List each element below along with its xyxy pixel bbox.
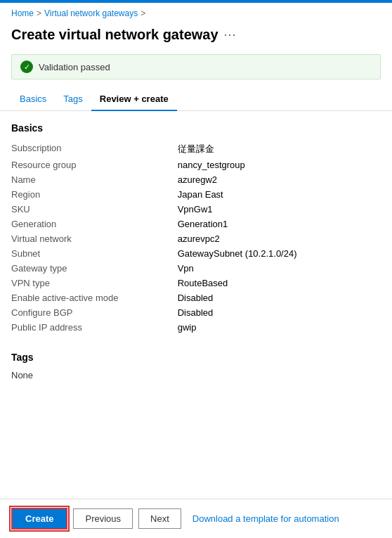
previous-button[interactable]: Previous [73,508,133,529]
value-gateway-type: Vpn [178,261,381,276]
tags-section-title: Tags [11,352,381,363]
table-row: VPN type RouteBased [11,276,381,290]
label-gateway-type: Gateway type [11,261,178,276]
basics-section-title: Basics [11,122,381,134]
label-vpn-type: VPN type [11,276,178,290]
content: Basics Subscription 従量課金 Resource group … [0,111,392,392]
table-row: Name azuregw2 [11,172,381,187]
value-sku: VpnGw1 [178,202,381,217]
value-region: Japan East [178,187,381,202]
label-virtual-network: Virtual network [11,231,178,246]
breadcrumb-sep1: > [37,8,41,18]
page-title: Create virtual network gateway [11,27,218,43]
breadcrumb-home[interactable]: Home [11,8,34,18]
create-button[interactable]: Create [11,508,67,530]
value-subnet: GatewaySubnet (10.2.1.0/24) [178,246,381,261]
footer: Create Previous Next Download a template… [0,499,392,538]
table-row: Configure BGP Disabled [11,305,381,320]
value-generation: Generation1 [178,217,381,231]
table-row: Generation Generation1 [11,217,381,231]
more-options-icon[interactable]: ··· [224,27,237,42]
table-row: Subnet GatewaySubnet (10.2.1.0/24) [11,246,381,261]
label-active-active: Enable active-active mode [11,290,178,305]
tab-tags[interactable]: Tags [55,88,91,111]
breadcrumb-sep2: > [141,8,145,18]
tags-section: Tags None [11,352,381,380]
label-name: Name [11,172,178,187]
table-row: Gateway type Vpn [11,261,381,276]
value-configure-bgp: Disabled [178,305,381,320]
value-virtual-network: azurevpc2 [178,231,381,246]
label-generation: Generation [11,217,178,231]
value-vpn-type: RouteBased [178,276,381,290]
label-configure-bgp: Configure BGP [11,305,178,320]
label-resource-group: Resource group [11,158,178,172]
value-resource-group: nancy_testgroup [178,158,381,172]
table-row: Virtual network azurevpc2 [11,231,381,246]
tab-review-create[interactable]: Review + create [91,88,177,111]
validation-text: Validation passed [39,62,110,72]
next-button[interactable]: Next [138,508,181,529]
value-public-ip: gwip [178,320,381,335]
table-row: SKU VpnGw1 [11,202,381,217]
label-region: Region [11,187,178,202]
tab-basics[interactable]: Basics [11,88,55,111]
breadcrumb-virtual-network-gateways[interactable]: Virtual network gateways [44,8,138,18]
page-title-row: Create virtual network gateway ··· [0,24,392,51]
download-template-link[interactable]: Download a template for automation [187,513,345,524]
label-sku: SKU [11,202,178,217]
table-row: Resource group nancy_testgroup [11,158,381,172]
label-subscription: Subscription [11,141,178,158]
table-row: Public IP address gwip [11,320,381,335]
validation-banner: ✓ Validation passed [11,54,381,79]
basics-table: Subscription 従量課金 Resource group nancy_t… [11,141,381,335]
value-subscription: 従量課金 [178,141,381,158]
tabs: Basics Tags Review + create [0,88,392,111]
table-row: Subscription 従量課金 [11,141,381,158]
table-row: Enable active-active mode Disabled [11,290,381,305]
label-public-ip: Public IP address [11,320,178,335]
value-active-active: Disabled [178,290,381,305]
label-subnet: Subnet [11,246,178,261]
check-icon: ✓ [20,60,33,73]
value-name: azuregw2 [178,172,381,187]
table-row: Region Japan East [11,187,381,202]
tags-value: None [11,370,381,380]
breadcrumb: Home > Virtual network gateways > [0,3,392,24]
